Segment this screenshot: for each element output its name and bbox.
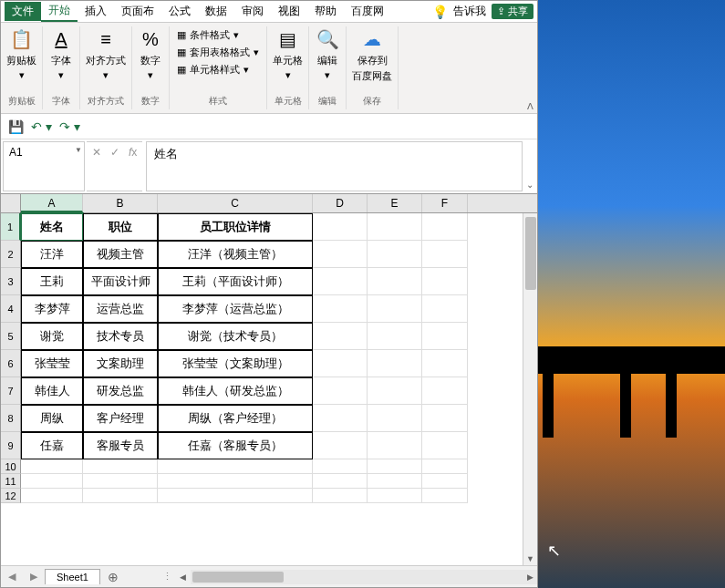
row-header-8[interactable]: 8 bbox=[1, 405, 21, 432]
col-header-F[interactable]: F bbox=[422, 194, 468, 212]
tab-view[interactable]: 视图 bbox=[271, 2, 307, 21]
conditional-format-button[interactable]: ▦条件格式 ▾ bbox=[177, 26, 259, 44]
cell-D7[interactable] bbox=[313, 377, 368, 405]
cell-F1[interactable] bbox=[422, 213, 468, 241]
cell-B1[interactable]: 职位 bbox=[83, 213, 158, 241]
editing-button[interactable]: 🔍 编辑▾ bbox=[315, 26, 340, 81]
hscroll-thumb[interactable] bbox=[192, 572, 284, 583]
cell-F2[interactable] bbox=[422, 241, 468, 268]
row-header-5[interactable]: 5 bbox=[1, 323, 21, 350]
cell-C8[interactable]: 周纵（客户经理） bbox=[158, 405, 313, 432]
cell-B2[interactable]: 视频主管 bbox=[83, 241, 158, 268]
tab-data[interactable]: 数据 bbox=[198, 2, 234, 21]
col-header-B[interactable]: B bbox=[83, 194, 158, 212]
name-box-dropdown-icon[interactable]: ▼ bbox=[75, 146, 82, 154]
tab-home[interactable]: 开始 bbox=[41, 1, 78, 22]
cell-A5[interactable]: 谢觉 bbox=[21, 323, 83, 350]
cell-D4[interactable] bbox=[313, 295, 368, 323]
cell-D6[interactable] bbox=[313, 350, 368, 377]
name-box[interactable]: A1 ▼ bbox=[3, 141, 85, 191]
fx-icon[interactable]: fx bbox=[129, 146, 137, 159]
cell-E3[interactable] bbox=[368, 268, 422, 295]
row-header-11[interactable]: 11 bbox=[1, 474, 21, 489]
cell-D5[interactable] bbox=[313, 323, 368, 350]
table-format-button[interactable]: ▦套用表格格式 ▾ bbox=[177, 44, 259, 61]
cell-F8[interactable] bbox=[422, 405, 468, 432]
cell-F6[interactable] bbox=[422, 350, 468, 377]
row-header-10[interactable]: 10 bbox=[1, 459, 21, 474]
menu-file[interactable]: 文件 bbox=[5, 2, 41, 21]
cell-F9[interactable] bbox=[422, 432, 468, 459]
row-header-3[interactable]: 3 bbox=[1, 268, 21, 295]
vscroll-down-icon[interactable]: ▼ bbox=[523, 554, 537, 563]
cell-E6[interactable] bbox=[368, 350, 422, 377]
cell-A2[interactable]: 汪洋 bbox=[21, 241, 83, 268]
cell-F5[interactable] bbox=[422, 323, 468, 350]
row-header-7[interactable]: 7 bbox=[1, 377, 21, 405]
cell-A4[interactable]: 李梦萍 bbox=[21, 295, 83, 323]
row-header-9[interactable]: 9 bbox=[1, 432, 21, 459]
tab-page-layout[interactable]: 页面布 bbox=[114, 2, 161, 21]
cell-F3[interactable] bbox=[422, 268, 468, 295]
cell-A6[interactable]: 张莹莹 bbox=[21, 350, 83, 377]
col-header-E[interactable]: E bbox=[368, 194, 422, 212]
cell-styles-button[interactable]: ▦单元格样式 ▾ bbox=[177, 61, 259, 78]
select-all-corner[interactable] bbox=[1, 194, 21, 212]
share-button[interactable]: ⇪ 共享 bbox=[492, 4, 533, 19]
cell-A9[interactable]: 任嘉 bbox=[21, 432, 83, 459]
hscroll-right-icon[interactable]: ▶ bbox=[527, 573, 533, 582]
tell-me[interactable]: 告诉我 bbox=[453, 4, 486, 19]
cell-E4[interactable] bbox=[368, 295, 422, 323]
cell-B3[interactable]: 平面设计师 bbox=[83, 268, 158, 295]
cell-E8[interactable] bbox=[368, 405, 422, 432]
cell-B4[interactable]: 运营总监 bbox=[83, 295, 158, 323]
vscroll-thumb[interactable] bbox=[525, 217, 536, 290]
font-button[interactable]: A 字体▾ bbox=[48, 26, 74, 81]
clipboard-button[interactable]: 📋 剪贴板▾ bbox=[6, 26, 36, 81]
cell-C9[interactable]: 任嘉（客服专员） bbox=[158, 432, 313, 459]
grid-content[interactable]: 1 姓名 职位 员工职位详情 2汪洋视频主管汪洋（视频主管）3王莉平面设计师王莉… bbox=[1, 213, 523, 565]
tab-baidu[interactable]: 百度网 bbox=[344, 2, 391, 21]
cell-B5[interactable]: 技术专员 bbox=[83, 323, 158, 350]
horizontal-scrollbar[interactable]: ◀ ▶ bbox=[191, 570, 537, 584]
cell-F7[interactable] bbox=[422, 377, 468, 405]
cell-E1[interactable] bbox=[368, 213, 422, 241]
tab-nav-next-icon[interactable]: ▶ bbox=[23, 571, 45, 583]
cell-D9[interactable] bbox=[313, 432, 368, 459]
cell-B6[interactable]: 文案助理 bbox=[83, 350, 158, 377]
save-baidu-button[interactable]: ☁ 保存到 百度网盘 bbox=[352, 26, 392, 83]
row-header-4[interactable]: 4 bbox=[1, 295, 21, 323]
formula-input[interactable]: 姓名 bbox=[146, 141, 523, 191]
cell-C6[interactable]: 张莹莹（文案助理） bbox=[158, 350, 313, 377]
cell-E9[interactable] bbox=[368, 432, 422, 459]
cell-A7[interactable]: 韩佳人 bbox=[21, 377, 83, 405]
cell-B9[interactable]: 客服专员 bbox=[83, 432, 158, 459]
cell-A1[interactable]: 姓名 bbox=[21, 213, 83, 241]
sheet-tab-1[interactable]: Sheet1 bbox=[45, 569, 100, 584]
cell-C1[interactable]: 员工职位详情 bbox=[158, 213, 313, 241]
row-header-12[interactable]: 12 bbox=[1, 489, 21, 503]
collapse-ribbon-icon[interactable]: ᐱ bbox=[527, 101, 533, 111]
col-header-A[interactable]: A bbox=[21, 194, 83, 212]
tab-formulas[interactable]: 公式 bbox=[161, 2, 198, 21]
tab-insert[interactable]: 插入 bbox=[78, 2, 114, 21]
cell-C3[interactable]: 王莉（平面设计师） bbox=[158, 268, 313, 295]
number-button[interactable]: % 数字▾ bbox=[138, 26, 163, 81]
cell-E2[interactable] bbox=[368, 241, 422, 268]
cell-C4[interactable]: 李梦萍（运营总监） bbox=[158, 295, 313, 323]
cell-D3[interactable] bbox=[313, 268, 368, 295]
align-button[interactable]: ≡ 对齐方式▾ bbox=[86, 26, 126, 81]
cell-A8[interactable]: 周纵 bbox=[21, 405, 83, 432]
cell-D8[interactable] bbox=[313, 405, 368, 432]
cell-F4[interactable] bbox=[422, 295, 468, 323]
vertical-scrollbar[interactable]: ▼ bbox=[523, 213, 537, 565]
col-header-D[interactable]: D bbox=[313, 194, 368, 212]
cell-C2[interactable]: 汪洋（视频主管） bbox=[158, 241, 313, 268]
hscroll-left-icon[interactable]: ◀ bbox=[180, 573, 186, 582]
cell-B8[interactable]: 客户经理 bbox=[83, 405, 158, 432]
cells-button[interactable]: ▤ 单元格▾ bbox=[273, 26, 303, 81]
tab-help[interactable]: 帮助 bbox=[307, 2, 344, 21]
row-header-1[interactable]: 1 bbox=[1, 213, 21, 241]
add-sheet-icon[interactable]: ⊕ bbox=[100, 570, 126, 584]
cell-C5[interactable]: 谢觉（技术专员） bbox=[158, 323, 313, 350]
